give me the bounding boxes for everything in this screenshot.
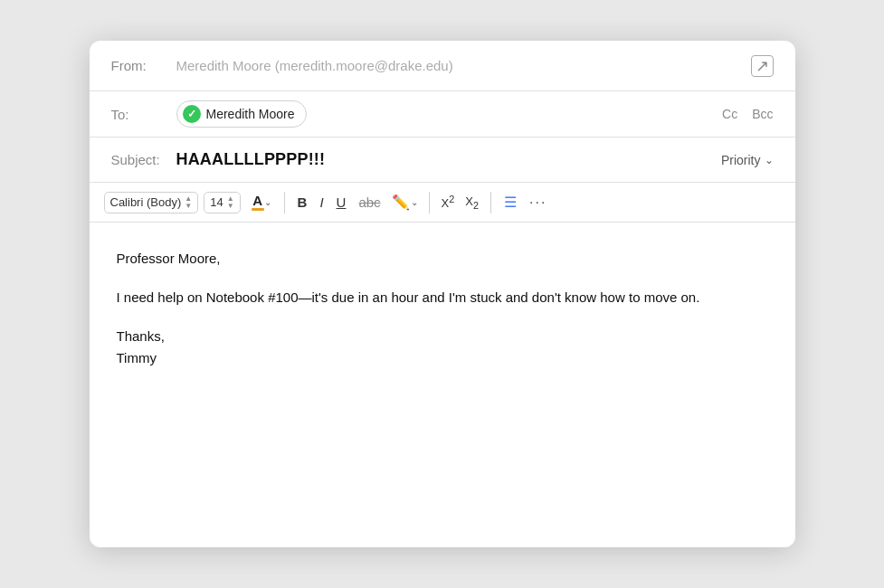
from-label: From: [111, 58, 176, 73]
size-stepper: ▲ ▼ [227, 195, 234, 210]
external-link-icon[interactable]: ↗ [751, 55, 774, 77]
superscript-label: X2 [442, 194, 455, 210]
subject-row: Subject: HAAALLLLPPPP!!! Priority ⌄ [90, 138, 795, 183]
underline-button[interactable]: U [331, 191, 352, 213]
toolbar-row: Calibri (Body) ▲ ▼ 14 ▲ ▼ A ⌄ B I [90, 183, 795, 223]
to-row: To: Meredith Moore Cc Bcc [90, 91, 795, 138]
bcc-button[interactable]: Bcc [752, 107, 773, 121]
font-color-a-icon: A [252, 194, 262, 207]
size-down-arrow-icon[interactable]: ▼ [227, 203, 234, 210]
cc-bcc-buttons: Cc Bcc [722, 107, 773, 121]
to-label: To: [111, 107, 176, 122]
recipient-name: Meredith Moore [206, 107, 295, 121]
from-value: Meredith Moore (meredith.moore@drake.edu… [176, 58, 744, 73]
list-icon: ☰ [504, 194, 517, 211]
body-greeting: Professor Moore, [117, 248, 768, 270]
list-button[interactable]: ☰ [499, 190, 522, 214]
font-picker[interactable]: Calibri (Body) ▲ ▼ [104, 192, 199, 213]
subscript-button[interactable]: X2 [461, 191, 483, 214]
superscript-button[interactable]: X2 [437, 190, 460, 213]
body-name: Timmy [117, 350, 157, 365]
font-color-chevron-icon: ⌄ [264, 197, 271, 207]
toolbar-divider-3 [490, 192, 491, 213]
toolbar-divider-1 [284, 192, 285, 213]
bold-button[interactable]: B [292, 191, 313, 213]
body-closing: Thanks, Timmy [117, 326, 768, 371]
subject-value[interactable]: HAAALLLLPPPP!!! [176, 150, 721, 169]
font-down-arrow-icon[interactable]: ▼ [185, 203, 192, 210]
italic-button[interactable]: I [314, 191, 328, 213]
font-name: Calibri (Body) [110, 195, 182, 209]
body-thanks: Thanks, [117, 328, 165, 344]
cc-button[interactable]: Cc [722, 107, 737, 121]
subject-label: Subject: [111, 152, 176, 167]
font-color-button[interactable]: A ⌄ [246, 190, 277, 214]
font-size-picker[interactable]: 14 ▲ ▼ [204, 192, 240, 213]
more-options-button[interactable]: ··· [524, 191, 552, 214]
body-main: I need help on Notebook #100—it's due in… [117, 287, 768, 309]
recipient-chip[interactable]: Meredith Moore [176, 100, 307, 128]
toolbar-divider-2 [429, 192, 430, 213]
priority-label: Priority [721, 153, 761, 167]
font-color-bar: A [252, 194, 264, 211]
font-size-value: 14 [210, 195, 223, 209]
from-row: From: Meredith Moore (meredith.moore@dra… [90, 41, 795, 91]
priority-button[interactable]: Priority ⌄ [721, 153, 774, 167]
verified-icon [183, 105, 201, 123]
subscript-label: X2 [465, 194, 479, 211]
font-color-line [252, 208, 264, 211]
font-stepper: ▲ ▼ [185, 195, 192, 210]
highlight-icon: ✏️ [392, 194, 410, 211]
priority-chevron-icon: ⌄ [765, 154, 774, 166]
to-chips: Meredith Moore [176, 100, 716, 128]
compose-window: From: Meredith Moore (meredith.moore@dra… [90, 41, 795, 547]
strikethrough-button[interactable]: abc [353, 191, 385, 213]
highlight-button[interactable]: ✏️ ⌄ [388, 190, 422, 214]
highlight-chevron-icon: ⌄ [411, 197, 418, 207]
body-area[interactable]: Professor Moore, I need help on Notebook… [90, 223, 795, 395]
